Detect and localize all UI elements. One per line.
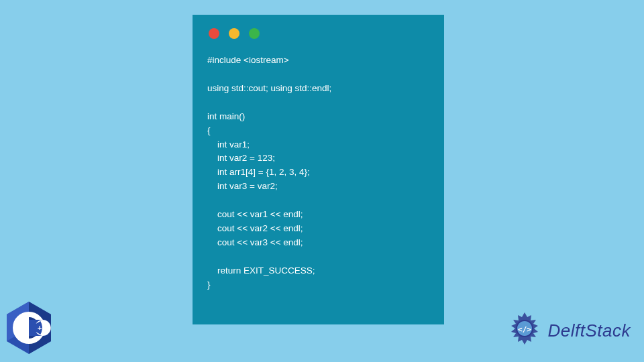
code-block: #include <iostream> using std::cout; usi…: [207, 54, 429, 292]
window-traffic-lights: [207, 28, 429, 39]
close-icon: [209, 28, 219, 39]
delftstack-icon: </>: [505, 311, 544, 350]
brand-name: DelftStack: [548, 320, 631, 341]
maximize-icon: [249, 28, 260, 39]
code-window: #include <iostream> using std::cout; usi…: [193, 15, 444, 324]
svg-text:</>: </>: [518, 325, 531, 334]
delftstack-logo: </> DelftStack: [505, 311, 631, 350]
svg-text:+: +: [38, 324, 42, 332]
cpp-language-badge: + +: [4, 300, 54, 355]
minimize-icon: [229, 28, 239, 39]
svg-text:+: +: [43, 324, 47, 332]
